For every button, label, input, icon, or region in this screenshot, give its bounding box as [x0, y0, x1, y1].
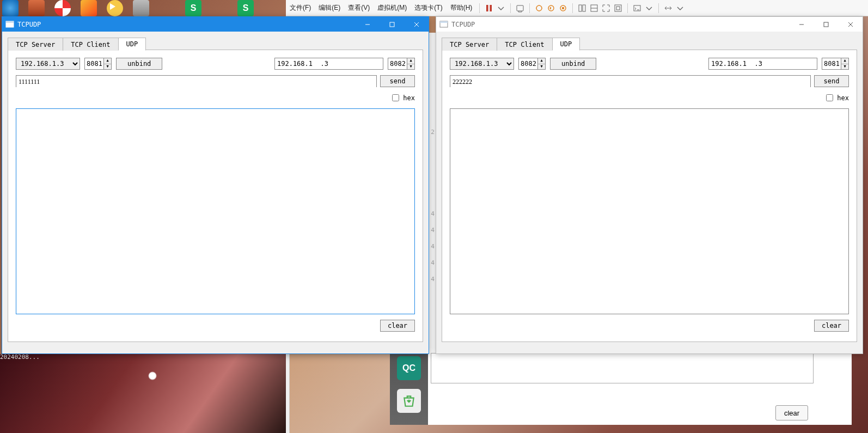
clear-button[interactable]: clear	[380, 320, 415, 332]
app-icon[interactable]	[28, 0, 45, 16]
spin-down-icon[interactable]: ▼	[841, 64, 848, 70]
maximize-button[interactable]	[814, 17, 838, 32]
message-input[interactable]	[16, 77, 376, 88]
close-button[interactable]	[838, 17, 863, 32]
stretch-icon[interactable]	[662, 2, 674, 14]
send-cad-icon[interactable]	[514, 2, 526, 14]
svg-rect-19	[440, 21, 448, 23]
pause-icon[interactable]	[483, 2, 495, 14]
svg-rect-12	[616, 7, 620, 10]
tab-udp[interactable]: UDP	[552, 38, 580, 51]
remote-port-input[interactable]	[822, 58, 841, 69]
snapshot-revert-icon[interactable]	[545, 2, 557, 14]
app-icon[interactable]	[81, 0, 97, 16]
bind-button[interactable]: unbind	[116, 58, 162, 70]
menu-view[interactable]: 查看(V)	[344, 0, 374, 16]
local-ip-select[interactable]: 192.168.1.3	[450, 58, 514, 70]
svg-rect-6	[562, 7, 564, 9]
app-icon[interactable]	[133, 0, 149, 16]
vm-host-menu-bar: 文件(F) 编辑(E) 查看(V) 虚拟机(M) 选项卡(T) 帮助(H)	[286, 0, 868, 16]
app-icon[interactable]	[107, 0, 123, 16]
dropdown-icon[interactable]	[495, 2, 507, 14]
console-icon[interactable]	[631, 2, 643, 14]
hex-checkbox[interactable]	[392, 94, 399, 101]
snapshot-manage-icon[interactable]	[557, 2, 569, 14]
window-client-area: TCP Server TCP Client UDP 192.168.1.3 ▲▼…	[2, 32, 429, 353]
app-icon[interactable]	[54, 0, 71, 16]
minimize-button[interactable]	[789, 17, 814, 32]
menu-vm[interactable]: 虚拟机(M)	[374, 0, 411, 16]
tab-tcp-client[interactable]: TCP Client	[63, 38, 118, 51]
dropdown-icon[interactable]	[643, 2, 655, 14]
app-icon[interactable]: S	[185, 0, 201, 16]
local-port-spinner[interactable]: ▲▼	[518, 58, 546, 70]
title-bar[interactable]: TCPUDP	[436, 17, 863, 32]
spin-down-icon[interactable]: ▼	[104, 64, 111, 70]
spin-up-icon[interactable]: ▲	[841, 58, 848, 64]
app-window-icon	[5, 20, 14, 29]
fullscreen-icon[interactable]	[600, 2, 612, 14]
bind-button[interactable]: unbind	[550, 58, 596, 70]
background-textarea[interactable]	[431, 353, 814, 383]
output-textarea[interactable]	[450, 108, 849, 314]
app-icon[interactable]	[211, 0, 228, 16]
tcpudp-window-2: TCPUDP TCP Server TCP Client UDP 192.168…	[436, 16, 863, 354]
window-title: TCPUDP	[451, 21, 789, 28]
snapshot-icon[interactable]	[533, 2, 545, 14]
clear-button[interactable]: clear	[814, 320, 849, 332]
menu-edit[interactable]: 编辑(E)	[315, 0, 344, 16]
udp-panel: 192.168.1.3 ▲▼ unbind ▲▼	[8, 50, 423, 342]
spin-up-icon[interactable]: ▲	[538, 58, 545, 64]
tab-udp[interactable]: UDP	[118, 38, 146, 51]
close-button[interactable]	[404, 17, 429, 32]
layout-icon[interactable]	[576, 2, 588, 14]
tab-tcp-server[interactable]: TCP Server	[442, 38, 497, 51]
local-port-input[interactable]	[519, 58, 537, 69]
spin-down-icon[interactable]: ▼	[538, 64, 545, 70]
tcpudp-window-1: TCPUDP TCP Server TCP Client UDP 192.168…	[2, 16, 429, 354]
spin-up-icon[interactable]: ▲	[104, 58, 111, 64]
svg-rect-17	[390, 22, 394, 27]
local-port-spinner[interactable]: ▲▼	[84, 58, 112, 70]
app-icon[interactable]	[159, 0, 175, 16]
menu-tabs[interactable]: 选项卡(T)	[411, 0, 446, 16]
desktop-shortcuts: S S	[2, 0, 254, 16]
remote-port-input[interactable]	[388, 58, 407, 69]
local-port-input[interactable]	[85, 58, 103, 69]
app-icon[interactable]	[2, 0, 19, 16]
remote-port-spinner[interactable]: ▲▼	[388, 58, 415, 70]
svg-rect-1	[490, 5, 492, 11]
app-icon[interactable]: S	[237, 0, 254, 16]
menu-file[interactable]: 文件(F)	[286, 0, 315, 16]
maximize-button[interactable]	[380, 17, 404, 32]
tab-bar: TCP Server TCP Client UDP	[442, 37, 857, 50]
vm-dock: QC	[390, 354, 428, 425]
minimize-button[interactable]	[355, 17, 380, 32]
svg-rect-2	[517, 5, 523, 11]
recycle-bin-icon[interactable]	[397, 389, 421, 413]
menu-help[interactable]: 帮助(H)	[447, 0, 476, 16]
spin-up-icon[interactable]: ▲	[407, 58, 414, 64]
svg-rect-7	[579, 5, 582, 11]
output-textarea[interactable]	[16, 108, 415, 314]
send-button[interactable]: send	[380, 75, 415, 87]
tab-tcp-client[interactable]: TCP Client	[497, 38, 552, 51]
svg-rect-0	[486, 5, 488, 11]
layout-split-icon[interactable]	[588, 2, 600, 14]
title-bar[interactable]: TCPUDP	[2, 17, 429, 32]
remote-ip-input[interactable]	[708, 58, 817, 70]
send-button[interactable]: send	[814, 75, 849, 87]
dropdown-icon[interactable]	[674, 2, 686, 14]
spin-down-icon[interactable]: ▼	[407, 64, 414, 70]
background-clear-button[interactable]: clear	[775, 405, 808, 420]
unity-icon[interactable]	[612, 2, 624, 14]
qc-app-icon[interactable]: QC	[397, 356, 421, 380]
remote-port-spinner[interactable]: ▲▼	[822, 58, 849, 70]
tab-tcp-server[interactable]: TCP Server	[8, 38, 63, 51]
svg-rect-15	[6, 21, 14, 23]
message-input[interactable]	[450, 77, 810, 88]
tab-bar: TCP Server TCP Client UDP	[8, 37, 423, 50]
hex-checkbox[interactable]	[826, 94, 833, 101]
local-ip-select[interactable]: 192.168.1.3	[16, 58, 80, 70]
remote-ip-input[interactable]	[274, 58, 383, 70]
